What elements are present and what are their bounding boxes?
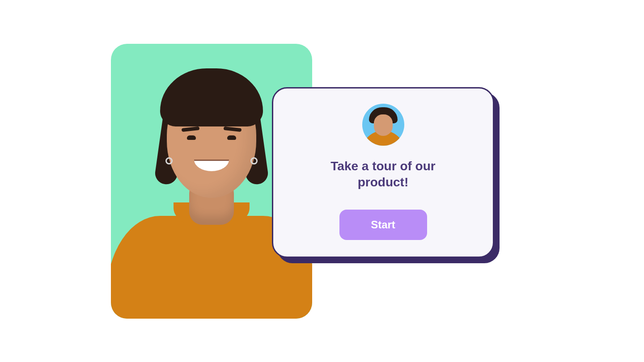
hair-icon: [160, 68, 263, 126]
earring-icon: [165, 157, 173, 164]
start-button[interactable]: Start: [339, 210, 427, 240]
eye-icon: [227, 135, 236, 140]
earring-icon: [250, 157, 258, 164]
avatar-face: [374, 114, 393, 136]
avatar: [362, 104, 404, 146]
modal-title: Take a tour of our product!: [325, 158, 441, 191]
canvas: Take a tour of our product! Start: [0, 0, 644, 362]
tour-modal: Take a tour of our product! Start: [272, 87, 494, 258]
eye-icon: [187, 135, 196, 140]
